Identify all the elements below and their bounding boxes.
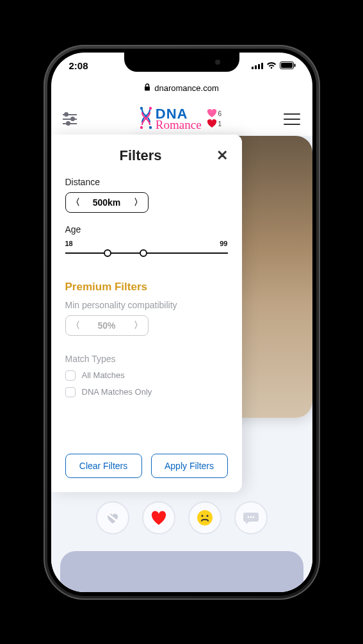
superlike-button[interactable]	[188, 501, 222, 534]
battery-icon	[280, 60, 296, 71]
age-range-slider[interactable]	[65, 249, 228, 258]
lock-icon	[144, 83, 150, 93]
phone-inner: 2:08 dnaromance.com	[47, 49, 316, 596]
match-types-label: Match Types	[65, 354, 228, 364]
svg-point-10	[140, 126, 143, 128]
chevron-right-icon[interactable]: 〉	[134, 197, 143, 208]
svg-rect-2	[258, 64, 260, 69]
svg-point-8	[140, 106, 143, 109]
svg-rect-6	[294, 64, 295, 67]
message-button[interactable]	[234, 501, 268, 534]
age-handle-max[interactable]	[140, 249, 147, 257]
svg-point-17	[252, 516, 254, 518]
logo-text-romance: Romance	[156, 119, 202, 130]
bottom-banner[interactable]	[60, 551, 303, 592]
wifi-icon	[266, 60, 277, 71]
dna-helix-icon	[139, 106, 153, 132]
chevron-left-icon[interactable]: 〈	[71, 197, 80, 208]
svg-point-9	[149, 106, 152, 109]
app-logo[interactable]: DNA Romance 6 1	[139, 106, 222, 132]
app-header: DNA Romance 6 1	[51, 97, 312, 138]
premium-filters-heading: Premium Filters	[65, 281, 228, 293]
personality-stepper[interactable]: 〈 50% 〉	[65, 315, 149, 336]
checkbox-icon[interactable]	[65, 387, 76, 397]
heart-fill-icon	[207, 119, 217, 129]
dismiss-button[interactable]	[96, 501, 129, 534]
menu-icon[interactable]	[284, 110, 300, 129]
screen: 2:08 dnaromance.com	[51, 53, 312, 592]
phone-frame: 2:08 dnaromance.com	[44, 45, 320, 600]
age-label: Age	[65, 224, 228, 235]
age-handle-min[interactable]	[104, 249, 111, 257]
match-option-all[interactable]: All Matches	[65, 370, 228, 381]
distance-stepper[interactable]: 〈 500km 〉	[65, 192, 149, 213]
close-icon[interactable]: ✕	[216, 149, 228, 163]
match-option-dna[interactable]: DNA Matches Only	[65, 387, 228, 397]
action-button-row	[51, 501, 312, 534]
svg-rect-5	[281, 63, 293, 68]
svg-point-13	[201, 515, 203, 516]
chevron-left-icon[interactable]: 〈	[71, 320, 80, 331]
filters-title: Filters	[65, 147, 216, 164]
distance-label: Distance	[65, 177, 228, 187]
filters-icon[interactable]	[63, 111, 77, 128]
heart-outline-icon	[207, 109, 217, 119]
svg-rect-7	[145, 87, 150, 91]
svg-rect-0	[252, 67, 254, 69]
like-button[interactable]	[142, 501, 175, 534]
notch	[124, 53, 239, 72]
browser-address-bar[interactable]: dnaromance.com	[60, 79, 303, 97]
chevron-right-icon[interactable]: 〉	[134, 320, 143, 331]
age-min: 18	[65, 240, 73, 247]
browser-domain: dnaromance.com	[154, 83, 218, 93]
svg-point-15	[247, 516, 249, 518]
svg-point-14	[206, 515, 208, 516]
heart-count-bottom: 1	[218, 120, 222, 128]
personality-value: 50%	[97, 320, 115, 331]
checkbox-icon[interactable]	[65, 370, 76, 381]
personality-label: Min personality compatibility	[65, 300, 228, 310]
apply-filters-button[interactable]: Apply Filters	[151, 454, 228, 478]
filters-panel: Filters ✕ Distance 〈 500km 〉 Age 18 99	[51, 135, 242, 492]
svg-point-16	[250, 516, 252, 518]
distance-value: 500km	[93, 197, 121, 208]
svg-rect-1	[255, 65, 257, 69]
status-time: 2:08	[69, 60, 88, 71]
match-option-all-label: All Matches	[82, 370, 125, 380]
clear-filters-button[interactable]: Clear Filters	[65, 454, 142, 478]
svg-point-11	[149, 126, 152, 128]
svg-rect-3	[261, 63, 263, 69]
cellular-icon	[252, 60, 263, 71]
match-option-dna-label: DNA Matches Only	[82, 387, 152, 397]
heart-count-top: 6	[218, 110, 222, 117]
status-indicators	[252, 60, 296, 71]
age-max: 99	[220, 240, 227, 247]
